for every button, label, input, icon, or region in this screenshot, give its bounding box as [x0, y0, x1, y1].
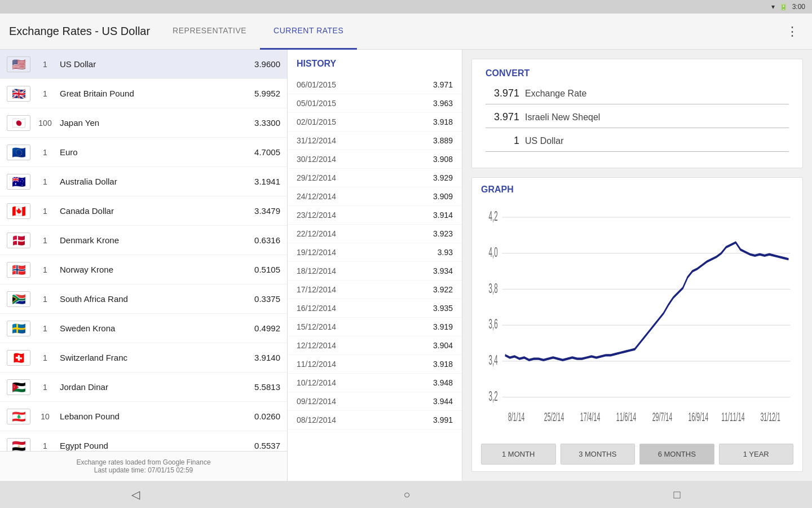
currency-row[interactable]: 🇨🇦 1 Canada Dollar 3.3479	[0, 196, 287, 226]
currency-row[interactable]: 🇸🇪 1 Sweden Krona 0.4992	[0, 314, 287, 343]
history-row[interactable]: 18/12/2014 3.934	[288, 262, 462, 281]
recents-button[interactable]: □	[673, 488, 680, 501]
history-row[interactable]: 12/12/2014 3.904	[288, 336, 462, 355]
history-row[interactable]: 09/12/2014 3.944	[288, 392, 462, 411]
history-date: 09/12/2014	[297, 397, 336, 406]
currency-flag: 🇿🇦	[7, 291, 30, 307]
history-row[interactable]: 11/12/2014 3.918	[288, 355, 462, 374]
currency-row[interactable]: 🇳🇴 1 Norway Krone 0.5105	[0, 255, 287, 284]
svg-text:11/11/14: 11/11/14	[721, 410, 744, 424]
menu-icon[interactable]: ⋮	[782, 20, 803, 43]
graph-period-button[interactable]: 1 YEAR	[719, 444, 794, 465]
svg-text:29/7/14: 29/7/14	[652, 410, 673, 424]
currency-multiplier: 1	[34, 265, 56, 274]
currency-row[interactable]: 🇩🇰 1 Denmark Krone 0.6316	[0, 226, 287, 255]
svg-text:3,8: 3,8	[489, 281, 498, 296]
currency-row[interactable]: 🇺🇸 1 US Dollar 3.9600	[0, 50, 287, 79]
history-value: 3.934	[433, 266, 453, 275]
currency-rate: 0.5537	[254, 441, 280, 450]
currency-flag: 🇪🇬	[7, 438, 30, 452]
convert-label: Israeli New Sheqel	[525, 112, 600, 122]
currency-name: Egypt Pound	[60, 441, 254, 450]
currency-rate: 0.6316	[254, 235, 280, 245]
history-value: 3.919	[433, 322, 453, 331]
history-value: 3.991	[433, 415, 453, 424]
history-date: 11/12/2014	[297, 360, 336, 369]
currency-row[interactable]: 🇪🇬 1 Egypt Pound 0.5537	[0, 431, 287, 451]
tab-representative[interactable]: REPRESENTATIVE	[159, 14, 260, 50]
currency-multiplier: 1	[34, 148, 56, 157]
currency-name: Lebanon Pound	[60, 411, 254, 421]
currency-name: Sweden Krona	[60, 323, 254, 333]
history-date: 17/12/2014	[297, 285, 336, 294]
currency-footer: Exchange rates loaded from Google Financ…	[0, 451, 287, 481]
main-content: 🇺🇸 1 US Dollar 3.9600 🇬🇧 1 Great Britain…	[0, 50, 812, 481]
currency-rate: 5.5813	[254, 382, 280, 392]
history-row[interactable]: 16/12/2014 3.935	[288, 299, 462, 318]
history-date: 06/01/2015	[297, 80, 336, 89]
history-row[interactable]: 22/12/2014 3.923	[288, 225, 462, 243]
currency-row[interactable]: 🇨🇭 1 Switzerland Franc 3.9140	[0, 343, 287, 373]
currency-name: Jordan Dinar	[60, 382, 254, 392]
currency-name: Japan Yen	[60, 118, 254, 128]
svg-text:25/2/14: 25/2/14	[544, 410, 564, 424]
history-row[interactable]: 29/12/2014 3.929	[288, 169, 462, 187]
svg-text:4,2: 4,2	[489, 209, 498, 224]
currency-multiplier: 1	[34, 295, 56, 304]
currency-rate: 3.9600	[254, 59, 280, 69]
history-value: 3.918	[433, 360, 453, 369]
graph-area: 4,2 4,0 3,8 3,6 3,4 3,2	[481, 199, 793, 465]
convert-row: 3.971 Israeli New Sheqel	[486, 111, 789, 128]
currency-row[interactable]: 🇱🇧 10 Lebanon Pound 0.0260	[0, 402, 287, 431]
history-row[interactable]: 06/01/2015 3.971	[288, 76, 462, 94]
currency-row[interactable]: 🇯🇴 1 Jordan Dinar 5.5813	[0, 373, 287, 402]
history-date: 05/01/2015	[297, 99, 336, 108]
tab-current-rates[interactable]: CURRENT RATES	[260, 14, 357, 50]
history-row[interactable]: 24/12/2014 3.909	[288, 187, 462, 206]
currency-flag: 🇩🇰	[7, 233, 30, 248]
convert-number: 3.971	[486, 111, 519, 123]
history-date: 30/12/2014	[297, 155, 336, 164]
svg-text:4,0: 4,0	[489, 245, 498, 260]
history-row[interactable]: 08/12/2014 3.991	[288, 411, 462, 430]
currency-multiplier: 1	[34, 324, 56, 333]
currency-row[interactable]: 🇪🇺 1 Euro 4.7005	[0, 138, 287, 167]
history-date: 24/12/2014	[297, 192, 336, 201]
currency-multiplier: 1	[34, 441, 56, 450]
history-row[interactable]: 19/12/2014 3.93	[288, 243, 462, 262]
history-row[interactable]: 23/12/2014 3.914	[288, 206, 462, 225]
graph-period-button[interactable]: 6 MONTHS	[639, 444, 714, 465]
svg-text:11/6/14: 11/6/14	[616, 410, 637, 424]
footer-line2: Last update time: 07/01/15 02:59	[7, 466, 280, 474]
currency-multiplier: 1	[34, 207, 56, 216]
currency-row[interactable]: 🇯🇵 100 Japan Yen 3.3300	[0, 108, 287, 138]
currency-row[interactable]: 🇿🇦 1 South Africa Rand 0.3375	[0, 284, 287, 314]
history-row[interactable]: 15/12/2014 3.919	[288, 318, 462, 336]
currency-list-panel: 🇺🇸 1 US Dollar 3.9600 🇬🇧 1 Great Britain…	[0, 50, 288, 481]
convert-label: Exchange Rate	[525, 89, 586, 99]
history-row[interactable]: 10/12/2014 3.948	[288, 374, 462, 392]
svg-text:17/4/14: 17/4/14	[580, 410, 601, 424]
history-row[interactable]: 30/12/2014 3.908	[288, 150, 462, 169]
currency-rate: 5.9952	[254, 89, 280, 98]
history-value: 3.963	[433, 99, 453, 108]
history-row[interactable]: 05/01/2015 3.963	[288, 94, 462, 113]
graph-period-button[interactable]: 3 MONTHS	[561, 444, 636, 465]
back-button[interactable]: ◁	[131, 488, 140, 501]
currency-flag: 🇨🇦	[7, 203, 30, 219]
history-value: 3.923	[433, 229, 453, 238]
currency-rate: 4.7005	[254, 147, 280, 157]
history-value: 3.922	[433, 285, 453, 294]
history-row[interactable]: 02/01/2015 3.918	[288, 113, 462, 132]
currency-row[interactable]: 🇦🇺 1 Australia Dollar 3.1941	[0, 167, 287, 196]
history-row[interactable]: 31/12/2014 3.889	[288, 132, 462, 150]
currency-row[interactable]: 🇬🇧 1 Great Britain Pound 5.9952	[0, 79, 287, 108]
graph-period-button[interactable]: 1 MONTH	[481, 444, 556, 465]
convert-number: 3.971	[486, 87, 519, 99]
graph-box: GRAPH 4,2 4,0 3,8 3,6 3,4 3,2	[471, 177, 803, 472]
currency-flag: 🇸🇪	[7, 321, 30, 336]
history-date: 29/12/2014	[297, 173, 336, 182]
home-button[interactable]: ○	[403, 488, 410, 501]
history-value: 3.889	[433, 136, 453, 145]
history-row[interactable]: 17/12/2014 3.922	[288, 281, 462, 299]
